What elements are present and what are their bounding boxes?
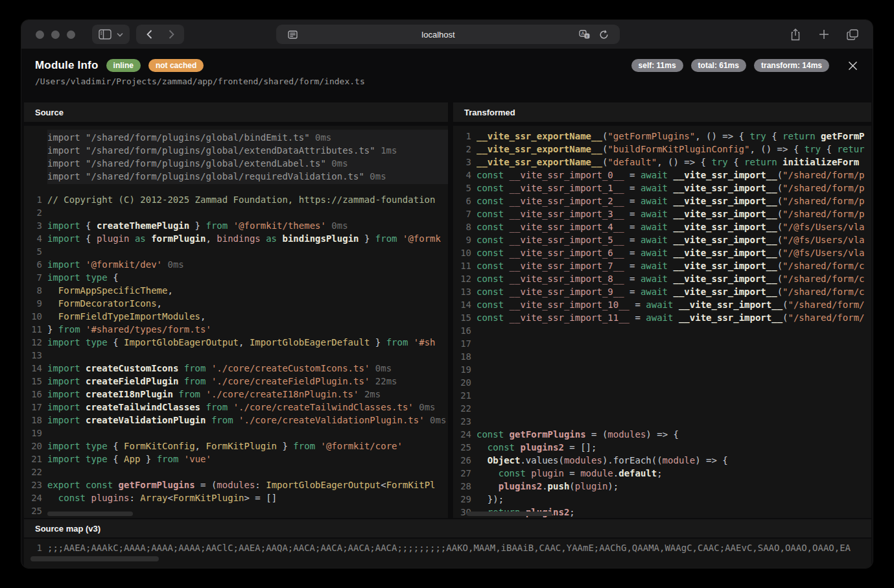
line-number: 8 — [24, 284, 47, 297]
source-code: 1// Copyright (C) 2012-2025 Zammad Found… — [24, 193, 448, 517]
self-time-badge: self: 11ms — [631, 59, 683, 72]
forward-button[interactable] — [162, 25, 180, 43]
code-line: 27 const plugin = module.default; — [453, 467, 871, 480]
line-content: import '@formkit/dev' 0ms — [47, 258, 448, 271]
translate-icon[interactable]: A x — [574, 25, 594, 44]
import-dep-line[interactable]: import "/shared/form/plugins/global/exte… — [47, 144, 448, 157]
traffic-lights — [21, 30, 75, 39]
code-line: 25 const plugins2 = []; — [453, 441, 871, 454]
line-number: 6 — [24, 258, 47, 271]
line-content: ;;;AAEA;AAAkC;AAAA;AAAA;AAAA;AAClC;AAEA;… — [47, 541, 871, 554]
source-editor[interactable]: import "/shared/form/plugins/global/bind… — [24, 126, 448, 518]
code-line: 9 FormDecoratorIcons, — [24, 297, 448, 310]
import-dep-line[interactable]: import "/shared/form/plugins/global/requ… — [47, 170, 448, 183]
minimize-window-button[interactable] — [51, 30, 60, 39]
zoom-window-button[interactable] — [67, 30, 75, 39]
transformed-editor[interactable]: 1__vite_ssr_exportName__("getFormPlugins… — [453, 126, 871, 518]
line-content — [476, 402, 871, 415]
import-dep-line[interactable]: import "/shared/form/plugins/global/exte… — [47, 157, 448, 170]
line-number: 9 — [24, 297, 47, 310]
line-content: import createFieldPlugin from './core/cr… — [47, 375, 448, 388]
code-line: 20 — [453, 376, 871, 389]
code-line: 21 — [453, 389, 871, 402]
nav-buttons — [136, 25, 184, 44]
line-content: FormAppSpecificTheme, — [47, 284, 448, 297]
close-button[interactable] — [846, 59, 859, 72]
sourcemap-editor[interactable]: 1;;;AAEA;AAAkC;AAAA;AAAA;AAAA;AAClC;AAEA… — [24, 539, 871, 568]
sourcemap-hscrollbar-thumb[interactable] — [30, 556, 159, 561]
reader-icon[interactable] — [283, 25, 302, 44]
line-number: 20 — [24, 440, 47, 453]
close-window-button[interactable] — [36, 30, 44, 39]
line-number: 28 — [453, 480, 476, 493]
line-content: const getFormPlugins = (modules) => { — [476, 428, 871, 441]
code-line: 3__vite_ssr_exportName__("default", () =… — [453, 156, 871, 169]
line-content: const plugins: Array<FormKitPlugin> = [] — [47, 491, 448, 504]
code-line: 14import createCustomIcons from './core/… — [24, 362, 448, 375]
line-content: __vite_ssr_exportName__("buildFormKitPlu… — [476, 143, 871, 156]
source-hscrollbar-thumb[interactable] — [47, 512, 133, 516]
line-content: const plugin = module.default; — [476, 467, 871, 480]
line-number: 10 — [453, 246, 476, 259]
line-number: 17 — [453, 337, 476, 350]
sidebar-toggle-button[interactable] — [92, 25, 130, 44]
import-dep-line[interactable]: import "/shared/form/plugins/global/bind… — [47, 131, 448, 144]
code-line: 29 }); — [453, 493, 871, 506]
page-title: Module Info — [35, 59, 99, 72]
line-content: const __vite_ssr_import_11__ = await __v… — [476, 311, 871, 324]
close-icon — [848, 61, 858, 71]
import-time: 1ms — [375, 145, 397, 156]
code-line: 18 — [453, 350, 871, 363]
source-imports-list: import "/shared/form/plugins/global/bind… — [47, 130, 448, 184]
chevron-down-icon — [117, 32, 123, 37]
url-field[interactable]: localhost A x — [276, 25, 620, 44]
line-content: import type { FormKitConfig, FormKitPlug… — [47, 440, 448, 453]
sourcemap-panel: Source map (v3) 1;;;AAEA;AAAkC;AAAA;AAAA… — [24, 519, 871, 568]
not-cached-badge: not cached — [148, 59, 204, 72]
code-line: 16 — [453, 324, 871, 337]
line-content: const __vite_ssr_import_0__ = await __vi… — [476, 169, 871, 182]
line-content: Object.values(modules).forEach((module) … — [476, 454, 871, 467]
line-content: const __vite_ssr_import_5__ = await __vi… — [476, 233, 871, 246]
tabs-overview-button[interactable] — [843, 25, 862, 44]
line-number: 20 — [453, 376, 476, 389]
code-line: 1// Copyright (C) 2012-2025 Zammad Found… — [24, 193, 448, 206]
reload-button[interactable] — [594, 25, 613, 44]
toolbar-right-buttons — [786, 20, 862, 49]
line-number: 19 — [453, 363, 476, 376]
line-number: 24 — [24, 491, 47, 504]
line-number: 17 — [24, 401, 47, 414]
code-line: 8 FormAppSpecificTheme, — [24, 284, 448, 297]
line-number: 23 — [24, 478, 47, 491]
code-line: 1__vite_ssr_exportName__("getFormPlugins… — [453, 130, 871, 143]
source-panel-title: Source — [24, 102, 448, 122]
line-number: 21 — [24, 453, 47, 465]
line-number: 2 — [24, 206, 47, 219]
line-content — [476, 363, 871, 376]
line-number: 29 — [453, 493, 476, 506]
line-number: 8 — [453, 220, 476, 233]
line-number: 25 — [24, 504, 47, 517]
url-text: localhost — [302, 30, 574, 40]
share-button[interactable] — [786, 25, 805, 44]
code-line: 8const __vite_ssr_import_4__ = await __v… — [453, 220, 871, 233]
total-time-badge: total: 61ms — [691, 59, 746, 72]
code-line: 9const __vite_ssr_import_5__ = await __v… — [453, 233, 871, 246]
code-line: 19 — [453, 363, 871, 376]
svg-text:A: A — [581, 30, 584, 36]
line-number: 7 — [24, 271, 47, 284]
line-content: plugins2.push(plugin); — [476, 480, 871, 493]
line-content: __vite_ssr_exportName__("default", () =>… — [476, 156, 871, 169]
sourcemap-panel-title: Source map (v3) — [24, 519, 871, 537]
new-tab-button[interactable] — [814, 25, 834, 44]
line-content: const plugins2 = []; — [476, 441, 871, 454]
transformed-code: 1__vite_ssr_exportName__("getFormPlugins… — [453, 130, 871, 518]
code-line: 21import type { App } from 'vue' — [24, 453, 448, 465]
line-number: 19 — [24, 427, 47, 440]
transformed-hscrollbar-thumb[interactable] — [467, 512, 552, 516]
line-number: 21 — [453, 389, 476, 402]
source-panel: Source import "/shared/form/plugins/glob… — [24, 102, 448, 518]
back-button[interactable] — [140, 25, 158, 43]
line-number: 1 — [453, 130, 476, 143]
code-line: 10const __vite_ssr_import_6__ = await __… — [453, 246, 871, 259]
